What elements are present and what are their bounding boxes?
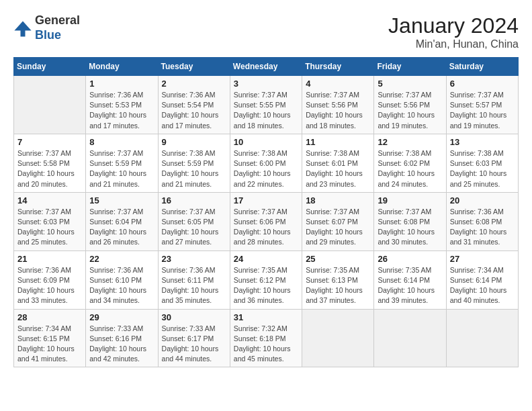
day-cell: 3Sunrise: 7:37 AMSunset: 5:55 PMDaylight… — [230, 76, 302, 134]
day-cell: 13Sunrise: 7:38 AMSunset: 6:03 PMDayligh… — [446, 134, 518, 192]
day-cell: 1Sunrise: 7:36 AMSunset: 5:53 PMDaylight… — [86, 76, 158, 134]
week-row-2: 7Sunrise: 7:37 AMSunset: 5:58 PMDaylight… — [14, 134, 519, 192]
calendar-title: January 2024 — [388, 13, 519, 38]
day-info: Sunrise: 7:38 AMSunset: 6:00 PMDaylight:… — [234, 148, 298, 189]
col-header-saturday: Saturday — [446, 58, 518, 76]
day-number: 19 — [378, 195, 442, 205]
day-number: 31 — [234, 312, 298, 322]
day-cell: 19Sunrise: 7:37 AMSunset: 6:08 PMDayligh… — [374, 192, 446, 250]
day-number: 3 — [234, 79, 298, 89]
day-cell: 12Sunrise: 7:38 AMSunset: 6:02 PMDayligh… — [374, 134, 446, 192]
day-cell: 20Sunrise: 7:36 AMSunset: 6:08 PMDayligh… — [446, 192, 518, 250]
week-row-4: 21Sunrise: 7:36 AMSunset: 6:09 PMDayligh… — [14, 250, 519, 309]
day-cell: 18Sunrise: 7:37 AMSunset: 6:07 PMDayligh… — [302, 192, 374, 250]
day-info: Sunrise: 7:36 AMSunset: 5:54 PMDaylight:… — [162, 90, 226, 131]
col-header-thursday: Thursday — [302, 58, 374, 76]
calendar-table: SundayMondayTuesdayWednesdayThursdayFrid… — [13, 57, 519, 367]
day-cell: 11Sunrise: 7:38 AMSunset: 6:01 PMDayligh… — [302, 134, 374, 192]
day-info: Sunrise: 7:37 AMSunset: 6:08 PMDaylight:… — [378, 207, 442, 248]
col-header-tuesday: Tuesday — [158, 58, 230, 76]
day-cell: 15Sunrise: 7:37 AMSunset: 6:04 PMDayligh… — [86, 192, 158, 250]
day-number: 27 — [450, 254, 515, 264]
day-cell: 31Sunrise: 7:32 AMSunset: 6:18 PMDayligh… — [230, 309, 302, 367]
day-info: Sunrise: 7:33 AMSunset: 6:16 PMDaylight:… — [89, 324, 154, 365]
col-header-wednesday: Wednesday — [230, 58, 302, 76]
day-number: 7 — [17, 137, 82, 147]
svg-marker-0 — [14, 21, 31, 36]
day-number: 17 — [234, 195, 298, 205]
col-header-monday: Monday — [86, 58, 158, 76]
calendar-header-row: SundayMondayTuesdayWednesdayThursdayFrid… — [14, 58, 519, 76]
day-cell: 14Sunrise: 7:37 AMSunset: 6:03 PMDayligh… — [14, 192, 86, 250]
day-info: Sunrise: 7:35 AMSunset: 6:13 PMDaylight:… — [306, 265, 370, 306]
day-number: 6 — [450, 79, 515, 89]
day-info: Sunrise: 7:36 AMSunset: 5:53 PMDaylight:… — [89, 90, 154, 131]
day-cell: 6Sunrise: 7:37 AMSunset: 5:57 PMDaylight… — [446, 76, 518, 134]
day-cell: 5Sunrise: 7:37 AMSunset: 5:56 PMDaylight… — [374, 76, 446, 134]
day-cell — [446, 309, 518, 367]
day-number: 5 — [378, 79, 442, 89]
day-cell: 4Sunrise: 7:37 AMSunset: 5:56 PMDaylight… — [302, 76, 374, 134]
day-number: 16 — [162, 195, 226, 205]
day-number: 20 — [450, 195, 515, 205]
week-row-5: 28Sunrise: 7:34 AMSunset: 6:15 PMDayligh… — [14, 309, 519, 367]
logo-general: General — [35, 13, 80, 27]
day-cell: 2Sunrise: 7:36 AMSunset: 5:54 PMDaylight… — [158, 76, 230, 134]
day-info: Sunrise: 7:37 AMSunset: 6:03 PMDaylight:… — [17, 207, 82, 248]
day-info: Sunrise: 7:38 AMSunset: 6:01 PMDaylight:… — [306, 148, 370, 189]
day-number: 12 — [378, 137, 442, 147]
day-info: Sunrise: 7:36 AMSunset: 6:08 PMDaylight:… — [450, 207, 515, 248]
logo-icon — [13, 19, 32, 38]
day-info: Sunrise: 7:35 AMSunset: 6:12 PMDaylight:… — [234, 265, 298, 306]
day-cell — [14, 76, 86, 134]
day-number: 22 — [89, 254, 154, 264]
col-header-friday: Friday — [374, 58, 446, 76]
day-cell: 23Sunrise: 7:36 AMSunset: 6:11 PMDayligh… — [158, 250, 230, 309]
day-cell — [374, 309, 446, 367]
calendar-subtitle: Min'an, Hunan, China — [388, 38, 519, 50]
day-cell: 30Sunrise: 7:33 AMSunset: 6:17 PMDayligh… — [158, 309, 230, 367]
day-cell: 9Sunrise: 7:38 AMSunset: 5:59 PMDaylight… — [158, 134, 230, 192]
day-cell: 8Sunrise: 7:37 AMSunset: 5:59 PMDaylight… — [86, 134, 158, 192]
day-number: 10 — [234, 137, 298, 147]
title-block: January 2024 Min'an, Hunan, China — [388, 13, 519, 50]
day-cell: 24Sunrise: 7:35 AMSunset: 6:12 PMDayligh… — [230, 250, 302, 309]
day-info: Sunrise: 7:37 AMSunset: 6:05 PMDaylight:… — [162, 207, 226, 248]
day-number: 25 — [306, 254, 370, 264]
col-header-sunday: Sunday — [14, 58, 86, 76]
day-info: Sunrise: 7:37 AMSunset: 6:06 PMDaylight:… — [234, 207, 298, 248]
day-number: 1 — [89, 79, 154, 89]
day-cell: 29Sunrise: 7:33 AMSunset: 6:16 PMDayligh… — [86, 309, 158, 367]
day-number: 2 — [162, 79, 226, 89]
week-row-3: 14Sunrise: 7:37 AMSunset: 6:03 PMDayligh… — [14, 192, 519, 250]
day-cell: 10Sunrise: 7:38 AMSunset: 6:00 PMDayligh… — [230, 134, 302, 192]
day-info: Sunrise: 7:37 AMSunset: 5:57 PMDaylight:… — [450, 90, 515, 131]
day-number: 9 — [162, 137, 226, 147]
week-row-1: 1Sunrise: 7:36 AMSunset: 5:53 PMDaylight… — [14, 76, 519, 134]
day-cell: 27Sunrise: 7:34 AMSunset: 6:14 PMDayligh… — [446, 250, 518, 309]
day-info: Sunrise: 7:37 AMSunset: 6:04 PMDaylight:… — [89, 207, 154, 248]
day-info: Sunrise: 7:37 AMSunset: 5:56 PMDaylight:… — [306, 90, 370, 131]
day-info: Sunrise: 7:38 AMSunset: 5:59 PMDaylight:… — [162, 148, 226, 189]
day-number: 13 — [450, 137, 515, 147]
day-info: Sunrise: 7:38 AMSunset: 6:02 PMDaylight:… — [378, 148, 442, 189]
page-header: General Blue January 2024 Min'an, Hunan,… — [13, 13, 519, 50]
day-cell: 25Sunrise: 7:35 AMSunset: 6:13 PMDayligh… — [302, 250, 374, 309]
day-info: Sunrise: 7:37 AMSunset: 5:58 PMDaylight:… — [17, 148, 82, 189]
logo-blue: Blue — [35, 28, 61, 42]
day-number: 29 — [89, 312, 154, 322]
day-number: 8 — [89, 137, 154, 147]
day-number: 21 — [17, 254, 82, 264]
day-cell: 17Sunrise: 7:37 AMSunset: 6:06 PMDayligh… — [230, 192, 302, 250]
day-cell: 7Sunrise: 7:37 AMSunset: 5:58 PMDaylight… — [14, 134, 86, 192]
day-info: Sunrise: 7:37 AMSunset: 5:55 PMDaylight:… — [234, 90, 298, 131]
day-number: 14 — [17, 195, 82, 205]
day-cell: 26Sunrise: 7:35 AMSunset: 6:14 PMDayligh… — [374, 250, 446, 309]
day-info: Sunrise: 7:36 AMSunset: 6:09 PMDaylight:… — [17, 265, 82, 306]
logo: General Blue — [13, 13, 80, 42]
day-info: Sunrise: 7:37 AMSunset: 5:56 PMDaylight:… — [378, 90, 442, 131]
day-info: Sunrise: 7:32 AMSunset: 6:18 PMDaylight:… — [234, 324, 298, 365]
day-info: Sunrise: 7:33 AMSunset: 6:17 PMDaylight:… — [162, 324, 226, 365]
day-info: Sunrise: 7:38 AMSunset: 6:03 PMDaylight:… — [450, 148, 515, 189]
day-number: 26 — [378, 254, 442, 264]
